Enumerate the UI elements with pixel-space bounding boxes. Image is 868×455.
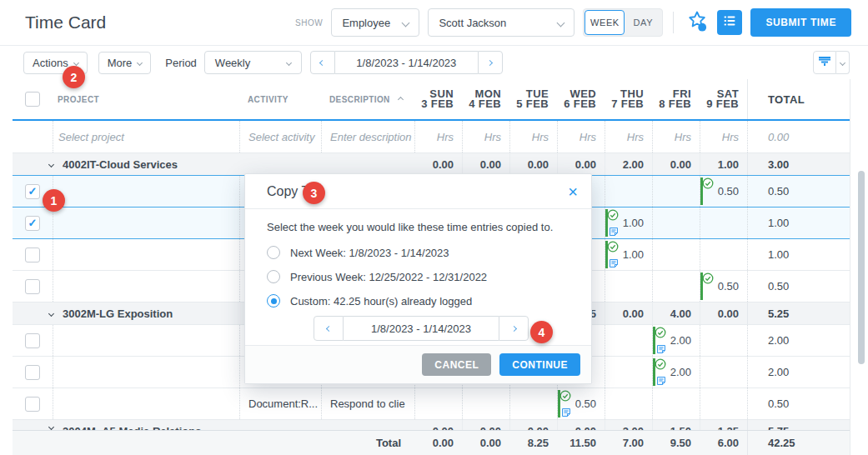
project-group-name-cell[interactable]: 3004M- A5 Media Relations	[13, 420, 414, 430]
group-day-total-cell: 0.00	[462, 153, 509, 175]
day-hours-cell[interactable]	[700, 325, 747, 356]
select-all-checkbox[interactable]	[25, 92, 40, 107]
day-hours-cell[interactable]	[700, 357, 747, 388]
radio-selected-icon[interactable]	[267, 294, 280, 308]
project-cell[interactable]	[53, 325, 239, 356]
vertical-scrollbar[interactable]	[858, 171, 865, 364]
approved-check-icon	[655, 358, 666, 370]
timesheet-list-button[interactable]	[717, 10, 742, 35]
day-hours-cell[interactable]	[652, 271, 700, 302]
row-total-cell: 2.00	[747, 357, 850, 388]
group-day-total-cell: 4.00	[652, 302, 700, 324]
day-hours-cell[interactable]: 2.00	[652, 357, 700, 388]
day-hours-cell[interactable]	[700, 208, 747, 238]
project-cell[interactable]	[53, 388, 239, 419]
day-hours-cell[interactable]	[605, 388, 652, 419]
radio-option-next-week[interactable]: Next Week: 1/8/2023 - 1/14/2023	[267, 246, 569, 259]
filter-options-button[interactable]	[836, 51, 850, 74]
list-icon	[723, 14, 736, 31]
day-hours-cell[interactable]	[605, 325, 652, 356]
day-toggle-button[interactable]: DAY	[625, 10, 661, 35]
continue-button[interactable]: CONTINUE	[499, 353, 580, 376]
day-hours-cell[interactable]	[414, 388, 462, 419]
row-checkbox[interactable]	[25, 397, 40, 412]
custom-date-range-display[interactable]: 1/8/2023 - 1/14/2023	[344, 316, 499, 341]
radio-option-custom[interactable]: Custom: 42.25 hour(s) already logged	[267, 294, 569, 308]
day-hours-cell[interactable]	[509, 388, 557, 419]
chevron-down-icon	[48, 161, 54, 167]
submit-time-button[interactable]: SUBMIT TIME	[750, 8, 851, 37]
actions-label: Actions	[33, 57, 68, 69]
row-checkbox[interactable]	[25, 333, 40, 348]
hours-input-placeholder[interactable]: Hrs	[605, 121, 652, 152]
project-cell[interactable]	[53, 271, 239, 302]
custom-next-week-button[interactable]	[499, 316, 529, 341]
project-cell[interactable]	[53, 239, 239, 270]
project-cell[interactable]	[53, 357, 239, 388]
hours-value: 1.00	[623, 248, 644, 261]
day-hours-cell[interactable]: 0.50	[557, 388, 605, 419]
previous-week-button[interactable]	[310, 51, 335, 74]
show-select[interactable]: Employee	[331, 8, 419, 37]
description-input-placeholder[interactable]: Enter description	[321, 121, 414, 152]
week-toggle-button[interactable]: WEEK	[585, 10, 625, 35]
project-group-name-cell[interactable]: 4002IT-Cloud Services	[13, 153, 414, 175]
row-checkbox[interactable]	[25, 279, 40, 294]
grand-total-day-cell: 8.25	[509, 431, 557, 455]
column-header-day: MON4 FEB	[462, 79, 509, 119]
hours-input-placeholder[interactable]: Hrs	[652, 121, 700, 152]
day-hours-cell[interactable]	[700, 239, 747, 270]
radio-icon[interactable]	[267, 270, 280, 283]
group-day-total-cell: 0.00	[509, 153, 557, 175]
row-checkbox[interactable]	[25, 365, 40, 380]
row-checkbox[interactable]	[25, 216, 40, 231]
hours-input-placeholder[interactable]: Hrs	[509, 121, 557, 152]
column-header-description[interactable]: DESCRIPTION	[321, 79, 414, 119]
hours-input-placeholder[interactable]: Hrs	[700, 121, 747, 152]
activity-select-placeholder[interactable]: Select activity	[239, 121, 321, 152]
row-checkbox[interactable]	[25, 184, 40, 199]
sort-ascending-icon	[398, 96, 404, 102]
hours-input-placeholder[interactable]: Hrs	[414, 121, 462, 152]
approved-check-icon	[702, 178, 714, 189]
cancel-button[interactable]: CANCEL	[422, 353, 491, 376]
day-hours-cell[interactable]: 1.00	[605, 208, 652, 238]
hours-input-placeholder[interactable]: Hrs	[557, 121, 605, 152]
filter-button[interactable]	[813, 51, 836, 74]
day-hours-cell[interactable]	[605, 357, 652, 388]
day-hours-cell[interactable]	[652, 176, 700, 207]
day-hours-cell[interactable]: 0.50	[700, 271, 747, 302]
day-date: 6 FEB	[564, 99, 596, 109]
day-hours-cell[interactable]: 2.00	[652, 325, 700, 356]
day-hours-cell[interactable]	[462, 388, 509, 419]
period-select[interactable]: Weekly	[204, 51, 302, 74]
day-hours-cell[interactable]	[652, 388, 700, 419]
hours-input-placeholder[interactable]: Hrs	[462, 121, 509, 152]
activity-cell[interactable]: Document:R...	[239, 388, 321, 419]
day-hours-cell[interactable]	[700, 388, 747, 419]
day-hours-cell[interactable]	[605, 176, 652, 207]
group-day-total-cell: 3.00	[605, 420, 652, 430]
period-select-value: Weekly	[215, 57, 250, 69]
close-icon[interactable]: ×	[568, 183, 578, 200]
project-select-placeholder[interactable]: Select project	[53, 121, 239, 152]
employee-select[interactable]: Scott Jackson	[428, 8, 574, 37]
more-dropdown-button[interactable]: More	[98, 52, 152, 74]
project-cell[interactable]	[53, 176, 239, 207]
week-day-toggle: WEEK DAY	[583, 8, 663, 37]
radio-icon[interactable]	[267, 246, 280, 259]
project-cell[interactable]	[53, 208, 239, 238]
day-hours-cell[interactable]: 1.00	[605, 239, 652, 270]
row-checkbox[interactable]	[25, 248, 40, 262]
day-hours-cell[interactable]	[652, 239, 700, 270]
favorites-button[interactable]	[685, 9, 709, 36]
chevron-down-icon	[73, 59, 79, 65]
date-range-display[interactable]: 1/8/2023 - 1/14/2023	[335, 51, 478, 74]
custom-previous-week-button[interactable]	[314, 316, 344, 341]
day-hours-cell[interactable]: 0.50	[700, 176, 747, 207]
next-week-button[interactable]	[478, 51, 503, 74]
day-hours-cell[interactable]	[652, 208, 700, 238]
description-cell[interactable]: Respond to clie	[321, 388, 414, 419]
day-hours-cell[interactable]	[605, 271, 652, 302]
radio-option-previous-week[interactable]: Previous Week: 12/25/2022 - 12/31/2022	[267, 270, 569, 283]
